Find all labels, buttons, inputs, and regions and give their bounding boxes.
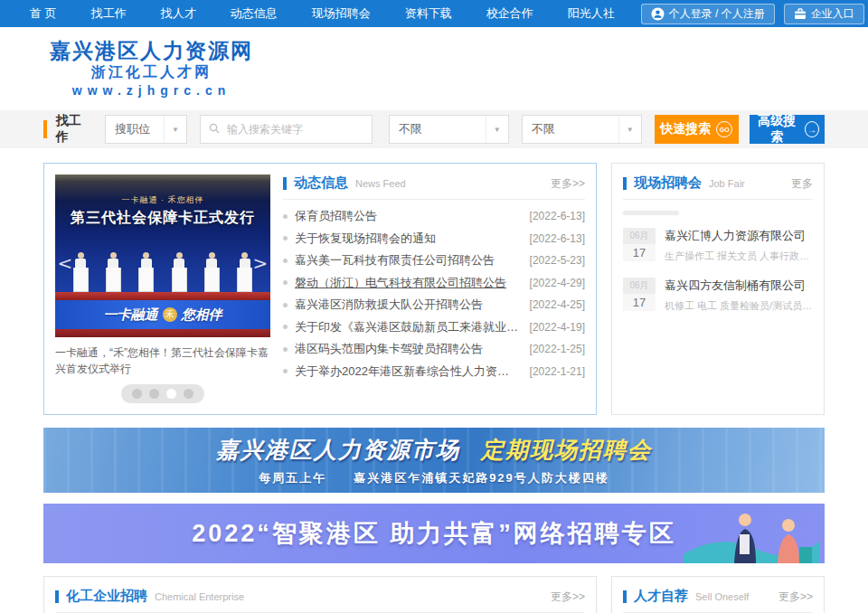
carousel-prev-arrow[interactable]: < bbox=[57, 250, 73, 276]
chemical-enterprise-panel: 化工企业招聘 Chemical Enterprise 更多>> 嘉兴石化有限公司… bbox=[43, 576, 597, 613]
nav-job-fair[interactable]: 现场招聘会 bbox=[312, 5, 371, 22]
date-badge: 06月 17 bbox=[623, 278, 656, 313]
carousel-next-arrow[interactable]: > bbox=[252, 250, 269, 276]
chevron-down-icon: ▼ bbox=[486, 116, 508, 143]
search-category-value: 搜职位 bbox=[106, 121, 164, 137]
news-item[interactable]: 保育员招聘公告[2022-6-13] bbox=[283, 205, 585, 228]
chemical-title: 化工企业招聘 bbox=[66, 588, 147, 605]
news-more-link[interactable]: 更多>> bbox=[551, 176, 585, 192]
news-block: 一卡融通 · 禾您相伴 第三代社会保障卡正式发行 bbox=[43, 163, 597, 415]
job-fair-company[interactable]: 嘉兴汇博人力资源有限公司 bbox=[665, 228, 813, 244]
news-feed-panel: 动态信息 News Feed 更多>> 保育员招聘公告[2022-6-13] 关… bbox=[283, 174, 585, 403]
type-filter-select[interactable]: 不限 ▼ bbox=[522, 115, 642, 144]
section-accent-bar bbox=[283, 177, 287, 190]
site-url: www.zjhgrc.cn bbox=[50, 82, 253, 99]
search-input[interactable] bbox=[225, 117, 372, 142]
job-fair-item[interactable]: 06月 17 嘉兴汇博人力资源有限公司 生产操作工 报关文员 人事行政助理... bbox=[623, 228, 813, 263]
top-navbar: 首 页 找工作 找人才 动态信息 现场招聘会 资料下载 校企合作 阳光人社 个人… bbox=[0, 0, 868, 27]
nav-news[interactable]: 动态信息 bbox=[231, 5, 278, 22]
carousel-photo[interactable]: 一卡融通 · 禾您相伴 第三代社会保障卡正式发行 bbox=[55, 174, 270, 337]
news-feed-subtitle: News Feed bbox=[355, 178, 406, 189]
section-accent-bar bbox=[623, 590, 627, 603]
chemical-more-link[interactable]: 更多>> bbox=[551, 589, 585, 605]
header: 嘉兴港区人力资源网 浙江化工人才网 www.zjhgrc.cn bbox=[0, 27, 868, 110]
advanced-search-button[interactable]: 高级搜索 → bbox=[750, 115, 825, 144]
carousel-dot-1[interactable] bbox=[132, 389, 142, 399]
stage-carpet-bottom bbox=[55, 329, 270, 337]
orange-accent-bar bbox=[43, 120, 47, 138]
quick-search-button[interactable]: 快速搜索 GO bbox=[655, 115, 739, 144]
bullet-icon bbox=[283, 303, 288, 307]
job-fair-banner[interactable]: 嘉兴港区人力资源市场 定期现场招聘会 每周五上午 嘉兴港区乍浦镇天妃路929号人… bbox=[43, 428, 825, 493]
news-item[interactable]: 港区码头范围内集卡驾驶员招聘公告[2022-1-25] bbox=[283, 338, 585, 361]
talent-header: 人才自荐 Sell Oneself 更多>> bbox=[623, 588, 813, 613]
news-item[interactable]: 关于举办2022年港区新春综合性人力资源暨春风...[2022-1-21] bbox=[283, 361, 585, 383]
personal-login-label: 个人登录 / 个人注册 bbox=[669, 6, 765, 22]
type-filter-value: 不限 bbox=[523, 121, 618, 137]
bullet-icon bbox=[283, 259, 288, 263]
search-bar: 找工作 搜职位 ▼ 不限 ▼ 不限 ▼ 快速搜索 GO bbox=[0, 110, 868, 148]
nav-sunshine-hr[interactable]: 阳光人社 bbox=[568, 5, 615, 22]
briefcase-icon bbox=[794, 8, 807, 20]
talent-title: 人才自荐 bbox=[634, 588, 688, 605]
site-subtitle: 浙江化工人才网 bbox=[50, 63, 253, 82]
personal-login-button[interactable]: 个人登录 / 个人注册 bbox=[641, 4, 775, 24]
bullet-icon bbox=[283, 214, 288, 219]
news-item[interactable]: 关于印发《嘉兴港区鼓励新员工来港就业补助操作...[2022-4-19] bbox=[283, 316, 585, 339]
job-fair-company[interactable]: 嘉兴四方友信制桶有限公司 bbox=[665, 278, 813, 294]
region-filter-value: 不限 bbox=[390, 121, 486, 137]
grain-logo-icon: 禾 bbox=[163, 307, 177, 322]
section-accent-bar bbox=[55, 590, 59, 603]
nav-home[interactable]: 首 页 bbox=[30, 5, 57, 22]
job-fair-title: 现场招聘会 bbox=[634, 174, 702, 192]
divider bbox=[623, 211, 679, 215]
ribbon-text-right: 您相伴 bbox=[182, 306, 222, 324]
banner1-subtitle: 每周五上午 嘉兴港区乍浦镇天妃路929号人防大楼四楼 bbox=[259, 470, 609, 486]
talent-subtitle: Sell Oneself bbox=[695, 591, 749, 602]
job-fair-more-link[interactable]: 更多 bbox=[791, 176, 813, 192]
carousel-dot-3[interactable] bbox=[166, 389, 176, 399]
talent-panel: 人才自荐 Sell Oneself 更多>> P243243 男 | 嘉兴市->… bbox=[611, 576, 825, 613]
nav-school-cooperation[interactable]: 校企合作 bbox=[486, 5, 533, 22]
carousel: 一卡融通 · 禾您相伴 第三代社会保障卡正式发行 bbox=[55, 174, 270, 403]
job-fair-item[interactable]: 06月 17 嘉兴四方友信制桶有限公司 机修工 电工 质量检验员/测试员 叉车.… bbox=[623, 278, 813, 313]
job-fair-panel: 现场招聘会 Job Fair 更多 06月 17 嘉兴汇博人力资源有限公司 生产… bbox=[611, 163, 825, 415]
carousel-dots bbox=[121, 384, 204, 403]
region-filter-select[interactable]: 不限 ▼ bbox=[389, 115, 509, 144]
bullet-icon bbox=[283, 280, 288, 285]
bullet-icon bbox=[283, 325, 288, 329]
stage-people bbox=[55, 245, 270, 292]
search-category-select[interactable]: 搜职位 ▼ bbox=[105, 115, 187, 144]
job-fair-subtitle: Job Fair bbox=[709, 178, 745, 189]
enterprise-entry-button[interactable]: 企业入口 bbox=[784, 4, 864, 24]
carousel-caption[interactable]: 一卡融通，“禾”您相伴！第三代社会保障卡嘉兴首发仪式举行 bbox=[55, 344, 270, 377]
news-item[interactable]: 关于恢复现场招聘会的通知[2022-6-13] bbox=[283, 228, 585, 250]
news-feed-header: 动态信息 News Feed 更多>> bbox=[283, 174, 585, 200]
online-recruitment-banner[interactable]: 2022“智聚港区 助力共富”网络招聘专区 bbox=[43, 504, 825, 563]
news-item[interactable]: 嘉兴美一瓦科技有限责任公司招聘公告[2022-5-23] bbox=[283, 250, 585, 272]
news-item[interactable]: 磐动（浙江）电气科技有限公司招聘公告[2022-4-29] bbox=[283, 272, 585, 295]
chevron-down-icon: ▼ bbox=[164, 116, 186, 143]
search-section-label: 找工作 bbox=[56, 113, 92, 146]
date-badge: 06月 17 bbox=[623, 228, 656, 263]
job-fair-positions: 机修工 电工 质量检验员/测试员 叉车... bbox=[665, 299, 813, 313]
carousel-dot-2[interactable] bbox=[149, 389, 159, 399]
job-fair-positions: 生产操作工 报关文员 人事行政助理... bbox=[665, 250, 813, 263]
nav-find-talent[interactable]: 找人才 bbox=[161, 5, 196, 22]
chemical-subtitle: Chemical Enterprise bbox=[155, 591, 244, 602]
advanced-search-label: 高级搜索 bbox=[755, 113, 799, 146]
arrow-right-icon: → bbox=[805, 121, 819, 137]
people-illustration bbox=[684, 507, 819, 563]
search-icon bbox=[201, 121, 225, 137]
banner1-title-main: 嘉兴港区人力资源市场 bbox=[216, 437, 460, 462]
stage-ribbon: 一卡融通 禾 您相伴 bbox=[55, 300, 270, 329]
quick-search-label: 快速搜索 bbox=[660, 121, 711, 137]
bullet-icon bbox=[283, 236, 288, 240]
carousel-dot-4[interactable] bbox=[184, 389, 193, 399]
news-feed-title: 动态信息 bbox=[294, 174, 348, 192]
keyword-input-wrap bbox=[200, 115, 373, 144]
news-item[interactable]: 嘉兴港区消防救援大队公开招聘公告[2022-4-25] bbox=[283, 294, 585, 316]
nav-downloads[interactable]: 资料下载 bbox=[405, 5, 452, 22]
talent-more-link[interactable]: 更多>> bbox=[778, 589, 813, 605]
nav-find-job[interactable]: 找工作 bbox=[91, 5, 127, 22]
